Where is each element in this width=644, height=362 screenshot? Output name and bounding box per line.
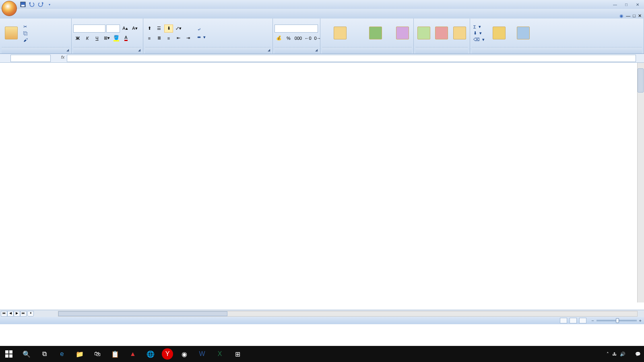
underline-button[interactable]: Ч — [93, 34, 101, 42]
mdi-minimize-icon[interactable]: — — [626, 13, 630, 19]
notifications-icon[interactable]: 💬 — [635, 352, 641, 357]
formula-input[interactable] — [67, 55, 636, 62]
close-button[interactable]: ✕ — [632, 1, 643, 8]
percent-icon[interactable]: % — [284, 34, 293, 42]
sheet-nav-next-icon[interactable]: ▶ — [14, 311, 20, 317]
find-select-button[interactable] — [512, 20, 535, 47]
qat-dropdown-icon[interactable]: ▾ — [46, 1, 53, 8]
decrease-indent-icon[interactable]: ⇤ — [174, 34, 183, 42]
network-icon[interactable]: 🖧 — [612, 352, 617, 356]
undo-icon[interactable] — [28, 1, 35, 8]
task-view-icon[interactable]: ⧉ — [35, 346, 53, 362]
new-sheet-icon[interactable]: ✦ — [27, 311, 34, 317]
fx-icon[interactable]: fx — [59, 55, 67, 62]
find-icon — [517, 27, 530, 39]
ribbon-tabs: ◉ — □ ✕ — [0, 9, 644, 19]
align-left-icon[interactable]: ≡ — [145, 34, 154, 42]
align-right-icon[interactable]: ≡ — [164, 34, 173, 42]
acrobat-icon[interactable]: ▲ — [124, 346, 142, 362]
app-icon[interactable]: 🌐 — [142, 346, 159, 362]
fill-color-button[interactable]: 🪣 — [112, 34, 121, 42]
align-top-icon[interactable]: ⬆ — [145, 25, 154, 33]
format-cells-button[interactable] — [451, 20, 468, 47]
name-box[interactable] — [10, 55, 51, 62]
sort-filter-button[interactable] — [487, 20, 511, 47]
align-middle-icon[interactable]: ☰ — [155, 25, 163, 33]
borders-button[interactable]: ⊞▾ — [102, 34, 111, 42]
maximize-button[interactable]: □ — [621, 1, 632, 8]
paste-button[interactable] — [2, 20, 21, 47]
help-icon[interactable]: ◉ — [619, 13, 623, 19]
orientation-icon[interactable]: ⤢▾ — [174, 25, 183, 33]
zoom-slider[interactable] — [597, 320, 637, 321]
mdi-restore-icon[interactable]: □ — [633, 13, 636, 19]
increase-decimal-icon[interactable]: ←0 — [303, 34, 312, 42]
zoom-in-icon[interactable]: + — [639, 318, 642, 323]
tray-chevron-icon[interactable]: ˄ — [607, 352, 609, 357]
sheet-nav-prev-icon[interactable]: ◀ — [7, 311, 14, 317]
app-icon[interactable]: ⊞ — [229, 346, 246, 362]
cut-button[interactable]: ✂ — [22, 24, 31, 30]
comma-icon[interactable]: 000 — [294, 34, 303, 42]
normal-view-icon[interactable] — [560, 318, 567, 323]
office-button[interactable] — [2, 1, 17, 16]
redo-icon[interactable] — [37, 1, 44, 8]
store-icon[interactable]: 🛍 — [89, 346, 106, 362]
cell-styles-icon — [396, 27, 409, 39]
bold-button[interactable]: Ж — [73, 34, 82, 42]
page-layout-view-icon[interactable] — [570, 318, 577, 323]
search-icon[interactable]: 🔍 — [18, 346, 35, 362]
word-icon[interactable]: W — [193, 346, 211, 362]
excel-icon[interactable]: X — [211, 346, 229, 362]
fill-icon: ⬇ — [473, 31, 477, 36]
cond-format-icon — [334, 27, 347, 39]
volume-icon[interactable]: 🔊 — [620, 352, 625, 357]
format-painter-button[interactable]: 🖌 — [22, 37, 31, 43]
dialog-launcher-icon[interactable]: ◢ — [315, 48, 318, 52]
mdi-close-icon[interactable]: ✕ — [638, 13, 642, 19]
number-format-combo[interactable] — [275, 25, 318, 33]
currency-icon[interactable]: 💰 — [275, 34, 283, 42]
dialog-launcher-icon[interactable]: ◢ — [66, 48, 69, 52]
increase-indent-icon[interactable]: ⇥ — [184, 34, 192, 42]
format-as-table-button[interactable] — [359, 20, 392, 47]
app-icon[interactable]: 📋 — [106, 346, 124, 362]
insert-cells-button[interactable] — [415, 20, 432, 47]
wrap-text-button[interactable]: ⤶ — [196, 27, 207, 33]
fill-button[interactable]: ⬇ ▾ — [472, 30, 486, 36]
font-size-combo[interactable] — [106, 25, 120, 33]
align-bottom-icon[interactable]: ⬇ — [164, 25, 173, 33]
delete-cells-button[interactable] — [433, 20, 450, 47]
conditional-formatting-button[interactable] — [322, 20, 358, 47]
merge-icon: ⬌ — [197, 35, 201, 40]
save-icon[interactable] — [19, 1, 27, 8]
explorer-icon[interactable]: 📁 — [71, 346, 89, 362]
edge-icon[interactable]: e — [53, 346, 71, 362]
cell-styles-button[interactable] — [393, 20, 412, 47]
group-label: ◢ — [2, 47, 70, 53]
dialog-launcher-icon[interactable]: ◢ — [138, 48, 140, 52]
italic-button[interactable]: К — [83, 34, 92, 42]
font-name-combo[interactable] — [73, 25, 105, 33]
clear-button[interactable]: ⌫ ▾ — [472, 37, 486, 43]
sheet-nav-last-icon[interactable]: ⏭ — [20, 311, 27, 317]
autosum-button[interactable]: Σ ▾ — [472, 24, 486, 30]
start-button[interactable] — [0, 346, 18, 362]
minimize-button[interactable]: — — [609, 1, 621, 8]
yandex-icon[interactable]: Y — [162, 348, 173, 360]
merge-center-button[interactable]: ⬌ ▾ — [196, 34, 207, 40]
font-color-button[interactable]: A — [122, 34, 130, 42]
horizontal-scrollbar[interactable] — [58, 311, 638, 317]
sheet-tab-bar: ⏮ ◀ ▶ ⏭ ✦ — [0, 310, 644, 317]
chrome-icon[interactable]: ◉ — [175, 346, 193, 362]
format-icon — [453, 27, 466, 39]
shrink-font-icon[interactable]: A▾ — [130, 25, 139, 33]
grow-font-icon[interactable]: A▴ — [121, 25, 130, 33]
zoom-out-icon[interactable]: − — [591, 318, 594, 323]
page-break-view-icon[interactable] — [579, 318, 586, 323]
vertical-scrollbar[interactable] — [637, 63, 644, 302]
sheet-nav-first-icon[interactable]: ⏮ — [1, 311, 7, 317]
copy-button[interactable]: ⿻ — [22, 31, 31, 36]
align-center-icon[interactable]: ≣ — [155, 34, 163, 42]
dialog-launcher-icon[interactable]: ◢ — [268, 48, 270, 52]
